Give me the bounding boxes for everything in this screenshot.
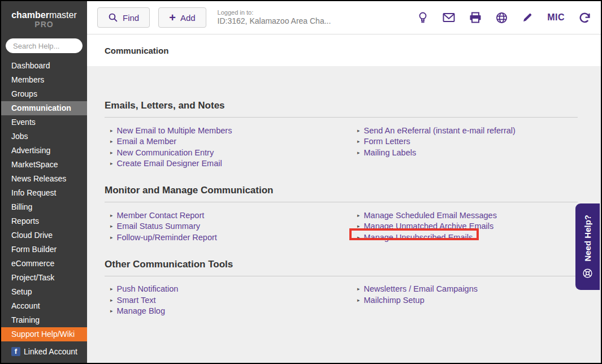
facebook-icon: f <box>11 347 20 356</box>
sidebar-item-members[interactable]: Members <box>1 73 87 87</box>
sidebar-item-jobs[interactable]: Jobs <box>1 129 87 144</box>
sidebar-item-linked-account[interactable]: f Linked Account <box>1 344 87 358</box>
triangle-bullet-icon: ▸ <box>357 213 360 218</box>
section-heading: Emails, Letters, and Notes <box>105 100 578 111</box>
sidebar-item-events[interactable]: Events <box>1 115 87 129</box>
link-manage-blog[interactable]: Manage Blog <box>117 306 165 315</box>
link-row: ▸Manage Unmatched Archive Emails <box>352 221 578 232</box>
link-row: ▸Create Email Designer Email <box>105 158 352 170</box>
link-email-a-member[interactable]: Email a Member <box>117 137 177 146</box>
link-member-contact-report[interactable]: Member Contact Report <box>117 211 205 220</box>
link-form-letters[interactable]: Form Letters <box>364 137 410 146</box>
link-email-status-summary[interactable]: Email Status Summary <box>117 222 200 231</box>
section-monitor-manage-communication: Monitor and Manage Communication ▸Member… <box>105 185 578 243</box>
brand-sub: PRO <box>1 20 87 29</box>
link-smart-text[interactable]: Smart Text <box>117 296 156 305</box>
brand-bold: chamber <box>11 10 49 20</box>
link-row: ▸New Email to Multiple Members <box>105 125 352 136</box>
mic-menu[interactable]: MIC <box>547 12 565 23</box>
lightbulb-icon[interactable] <box>417 11 428 24</box>
page-title: Communication <box>105 46 168 55</box>
triangle-bullet-icon: ▸ <box>357 286 360 292</box>
link-row: ▸Form Letters <box>352 136 578 148</box>
section-heading: Other Communication Tools <box>105 259 578 270</box>
link-push-notification[interactable]: Push Notification <box>117 284 179 293</box>
sidebar: chambermaster PRO Dashboard Members Grou… <box>1 1 87 363</box>
triangle-bullet-icon: ▸ <box>110 297 113 303</box>
add-label: Add <box>180 13 196 23</box>
find-button[interactable]: Find <box>97 7 150 28</box>
section-divider <box>105 117 578 118</box>
need-help-tab[interactable]: Need Help? <box>575 203 600 290</box>
communication-page: Emails, Letters, and Notes ▸New Email to… <box>87 66 601 363</box>
pencil-icon[interactable] <box>522 12 533 23</box>
triangle-bullet-icon: ▸ <box>110 235 113 240</box>
section-divider <box>105 202 578 202</box>
link-new-email-to-multiple-members[interactable]: New Email to Multiple Members <box>117 126 232 135</box>
link-manage-unmatched-archive-emails[interactable]: Manage Unmatched Archive Emails <box>364 222 494 231</box>
sidebar-item-support-help-wiki[interactable]: Support Help/Wiki <box>1 327 87 341</box>
sidebar-nav: Dashboard Members Groups Communication E… <box>1 59 87 341</box>
sidebar-item-info-request[interactable]: Info Request <box>1 186 87 200</box>
refresh-icon[interactable] <box>579 12 591 24</box>
triangle-bullet-icon: ▸ <box>357 223 360 229</box>
link-mailchimp-setup[interactable]: Mailchimp Setup <box>364 296 425 305</box>
triangle-bullet-icon: ▸ <box>110 128 113 133</box>
add-button[interactable]: + Add <box>158 7 206 28</box>
sidebar-item-account[interactable]: Account <box>1 299 87 313</box>
lifebuoy-icon <box>582 268 593 279</box>
search-help-input[interactable] <box>6 38 83 53</box>
link-row: ▸Manage Blog <box>105 306 352 317</box>
sidebar-item-reports[interactable]: Reports <box>1 214 87 228</box>
globe-icon[interactable] <box>496 12 508 24</box>
sidebar-item-project-task[interactable]: Project/Task <box>1 271 87 285</box>
link-row: ▸Mailing Labels <box>352 147 578 158</box>
link-row: ▸Send An eReferral (instant e-mail refer… <box>352 125 578 136</box>
sidebar-item-groups[interactable]: Groups <box>1 87 87 101</box>
link-row: ▸New Communication Entry <box>105 147 352 158</box>
link-row: ▸Mailchimp Setup <box>352 294 578 306</box>
brand-rest: master <box>49 10 77 20</box>
link-new-communication-entry[interactable]: New Communication Entry <box>117 148 214 157</box>
sidebar-item-billing[interactable]: Billing <box>1 200 87 214</box>
logged-in-prefix: Logged in to: <box>218 9 331 16</box>
email-icon[interactable] <box>443 12 455 23</box>
sidebar-item-advertising[interactable]: Advertising <box>1 144 87 158</box>
plus-icon: + <box>169 12 176 23</box>
top-toolbar: Find + Add Logged in to: ID:3162, Kalama… <box>87 1 601 34</box>
link-manage-unsubscribed-emails[interactable]: Manage Unsubscribed Emails <box>364 233 473 242</box>
print-icon[interactable] <box>469 12 482 23</box>
link-row: ▸Newsletters / Email Campaigns <box>352 284 578 295</box>
search-icon <box>108 12 118 23</box>
sidebar-item-communication[interactable]: Communication <box>1 101 87 115</box>
app-window: chambermaster PRO Dashboard Members Grou… <box>0 0 602 364</box>
section-heading: Monitor and Manage Communication <box>105 185 578 196</box>
link-row: ▸Manage Scheduled Email Messages <box>352 210 578 221</box>
find-label: Find <box>123 13 139 23</box>
link-follow-up-reminder-report[interactable]: Follow-up/Reminder Report <box>117 233 217 242</box>
sidebar-item-ecommerce[interactable]: eCommerce <box>1 257 87 271</box>
section-emails-letters-notes: Emails, Letters, and Notes ▸New Email to… <box>105 100 578 169</box>
link-row: ▸Manage Unsubscribed Emails <box>352 232 578 243</box>
logged-in-value: ID:3162, Kalamazoo Area Cha... <box>218 16 331 26</box>
link-create-email-designer-email[interactable]: Create Email Designer Email <box>117 159 222 168</box>
logged-in-info: Logged in to: ID:3162, Kalamazoo Area Ch… <box>218 9 331 26</box>
sidebar-item-news-releases[interactable]: News Releases <box>1 172 87 186</box>
triangle-bullet-icon: ▸ <box>110 308 113 314</box>
link-newsletters-email-campaigns[interactable]: Newsletters / Email Campaigns <box>364 284 478 293</box>
sidebar-item-form-builder[interactable]: Form Builder <box>1 242 87 257</box>
linked-account-label: Linked Account <box>24 347 77 356</box>
link-row: ▸Email Status Summary <box>105 221 352 232</box>
sidebar-item-setup[interactable]: Setup <box>1 285 87 299</box>
sidebar-item-dashboard[interactable]: Dashboard <box>1 59 87 73</box>
link-mailing-labels[interactable]: Mailing Labels <box>364 148 417 157</box>
link-manage-scheduled-email-messages[interactable]: Manage Scheduled Email Messages <box>364 211 497 220</box>
sidebar-item-training[interactable]: Training <box>1 313 87 327</box>
sidebar-item-cloud-drive[interactable]: Cloud Drive <box>1 228 87 242</box>
sidebar-item-marketspace[interactable]: MarketSpace <box>1 158 87 172</box>
triangle-bullet-icon: ▸ <box>110 213 113 218</box>
link-row: ▸Smart Text <box>105 294 352 306</box>
link-send-an-ereferral[interactable]: Send An eReferral (instant e-mail referr… <box>364 126 516 135</box>
triangle-bullet-icon: ▸ <box>357 235 360 240</box>
triangle-bullet-icon: ▸ <box>357 150 360 155</box>
